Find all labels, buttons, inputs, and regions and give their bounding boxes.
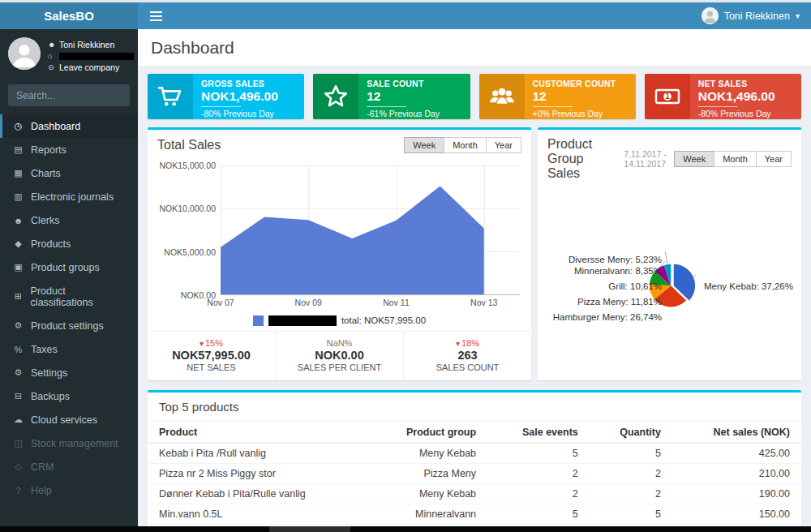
total-sales-stats: ▾15% NOK57,995.00 NET SALES NaN% NOK0.00… [148, 331, 531, 380]
diamond-icon: ◇ [12, 461, 24, 472]
gears-icon: ⚙ [12, 367, 24, 378]
top5-products-panel: Top 5 products Product Product group Sal… [148, 390, 801, 532]
sidebar-item-reports[interactable]: ▤Reports [0, 138, 138, 161]
navbar: Toni Riekkinen ▾ [138, 2, 811, 29]
kpi-row: GROSS SALES NOK1,496.00 -80% Previous Da… [148, 74, 801, 119]
sidebar-item-dashboard[interactable]: ◷Dashboard [0, 114, 138, 138]
table-row: Pizza nr 2 Miss Piggy stor Pizza Meny 2 … [148, 464, 801, 484]
sidebar-menu: ◷Dashboard ▤Reports ▦Charts ▥Electronic … [0, 114, 138, 502]
classification-icon: ⊞ [12, 291, 24, 302]
area-chart: NOK15,000.00 NOK10,000.00 NOK5,000.00 NO… [148, 159, 531, 295]
week-button[interactable]: Week [674, 151, 714, 167]
sidebar-item-electronic-journals[interactable]: ▥Electronic journals [0, 185, 138, 208]
brand-logo[interactable]: SalesBO [0, 2, 138, 29]
report-icon: ▤ [12, 144, 24, 155]
area-chart-plot [221, 165, 520, 295]
company-icon: ⌂ [48, 50, 56, 62]
top-header: SalesBO Toni Riekkinen ▾ [0, 2, 811, 29]
sidebar-item-product-classifications[interactable]: ⊞Product classifications [0, 279, 138, 314]
user-menu[interactable]: Toni Riekkinen ▾ [690, 2, 811, 29]
help-icon: ? [12, 486, 24, 496]
cart-icon [148, 74, 193, 119]
banknote-icon: 1 [645, 74, 690, 119]
star-icon [313, 74, 358, 119]
year-button[interactable]: Year [486, 137, 521, 153]
dashboard-icon: ◷ [12, 121, 24, 131]
table-row: Min.vann 0.5L Minneralvann 5 5 150.00 [148, 504, 801, 525]
avatar [8, 37, 41, 70]
leave-company-link[interactable]: Leave company [59, 62, 119, 73]
top5-table: Product Product group Sale events Quanti… [148, 422, 801, 532]
month-button[interactable]: Month [444, 137, 487, 153]
pie-callout-grill: Grill: 10,61% [608, 281, 662, 291]
leave-icon: ⊙ [48, 62, 56, 73]
users-icon [479, 74, 525, 119]
pie-callout-hamburger-meny: Hamburger Meny: 26,74% [553, 312, 662, 322]
stat-net-sales: ▾15% NOK57,995.00 NET SALES [148, 332, 275, 380]
week-button[interactable]: Week [404, 137, 444, 153]
user-name: Toni Riekkinen [724, 11, 790, 22]
stat-sales-per-client: NaN% NOK0.00 SALES PER CLIENT [275, 332, 403, 380]
pie-callout-meny-kebab: Meny Kebab: 37,26% [704, 281, 793, 291]
pie-chart: Diversse Meny: 5,23% Minneralvann: 8,35%… [538, 187, 801, 380]
stat-sales-count: ▾18% 263 SALES COUNT [403, 332, 531, 380]
sidebar-item-product-groups[interactable]: ▣Product groups [0, 255, 138, 279]
percent-icon: % [12, 345, 24, 354]
sidebar-item-clerks[interactable]: ☻Clerks [0, 208, 138, 232]
total-sales-title: Total Sales [157, 138, 221, 152]
gear-icon: ⚙ [12, 320, 24, 331]
month-button[interactable]: Month [714, 151, 757, 167]
svg-text:1: 1 [665, 92, 670, 101]
hamburger-icon [150, 11, 162, 13]
pie-callout-minneralvann: Minneralvann: 8,35% [574, 266, 662, 276]
clerks-icon: ☻ [12, 216, 24, 225]
sidebar-item-stock-management[interactable]: ◫Stock management [0, 431, 138, 455]
group-icon: ▣ [12, 262, 24, 272]
sidebar-item-taxes[interactable]: %Taxes [0, 337, 138, 361]
content: GROSS SALES NOK1,496.00 -80% Previous Da… [138, 66, 811, 532]
redacted-company-name [59, 53, 134, 60]
drive-icon: ⊟ [12, 391, 24, 401]
sidebar-item-crm[interactable]: ◇CRM [0, 455, 138, 478]
top5-title: Top 5 products [159, 400, 238, 414]
tag-icon: ◆ [12, 238, 24, 249]
taskbar-segment [269, 526, 350, 532]
app-window: SalesBO Toni Riekkinen ▾ ☻Toni Rie [0, 0, 811, 532]
product-group-sales-panel: Product Group Sales 7.11.2017 - 14.11.20… [538, 127, 801, 380]
table-header-row: Product Product group Sale events Quanti… [148, 422, 801, 443]
sidebar-toggle-button[interactable] [138, 2, 174, 29]
kpi-sale-count: SALE COUNT 12 -61% Previous Day [313, 74, 470, 119]
total-sales-range-buttons: Week Month Year [405, 137, 521, 153]
year-button[interactable]: Year [756, 151, 792, 167]
person-icon: ☻ [48, 39, 56, 50]
area-series [221, 186, 484, 294]
content-header: Dashboard [138, 29, 811, 66]
date-range: 7.11.2017 - 14.11.2017 [624, 149, 675, 169]
sidebar-search [8, 84, 130, 106]
sidebar-item-backups[interactable]: ⊟Backups [0, 384, 138, 408]
y-axis-labels: NOK15,000.00 NOK10,000.00 NOK5,000.00 NO… [154, 165, 221, 295]
sidebar-item-charts[interactable]: ▦Charts [0, 161, 138, 185]
legend-swatch [253, 315, 264, 326]
cloud-icon: ☁ [12, 414, 24, 425]
sidebar-item-cloud-services[interactable]: ☁Cloud services [0, 408, 138, 431]
page-title: Dashboard [151, 38, 798, 58]
pie-callout-diversse-meny: Diversse Meny: 5,23% [569, 255, 662, 264]
sidebar: ☻Toni Riekkinen ⌂ ⊙Leave company ◷Dashbo… [0, 29, 138, 526]
sidebar-item-settings[interactable]: ⚙Settings [0, 361, 138, 384]
table-row: Kebab i Pita /Rull vanlig Meny Kebab 5 5… [148, 443, 801, 464]
caret-down-icon: ▾ [796, 11, 800, 20]
pgs-range-buttons: Week Month Year [675, 151, 792, 167]
total-sales-panel: Total Sales Week Month Year NOK15,000.00… [148, 127, 531, 380]
sidebar-item-products[interactable]: ◆Products [0, 232, 138, 255]
sidebar-user-panel: ☻Toni Riekkinen ⌂ ⊙Leave company [0, 29, 138, 79]
cube-icon: ◫ [12, 438, 24, 448]
chart-icon: ▦ [12, 168, 24, 178]
sidebar-item-product-settings[interactable]: ⚙Product settings [0, 314, 138, 337]
table-row: Dønner Kebab i Pita/Rulle vanlig Meny Ke… [148, 484, 801, 504]
sidebar-item-help[interactable]: ?Help [0, 478, 138, 502]
kpi-gross-sales: GROSS SALES NOK1,496.00 -80% Previous Da… [148, 74, 304, 119]
kpi-net-sales: 1 NET SALES NOK1,496.00 -80% Previous Da… [645, 74, 801, 119]
chart-legend: total: NOK57,995.00 [148, 311, 531, 330]
search-input[interactable] [8, 90, 150, 101]
